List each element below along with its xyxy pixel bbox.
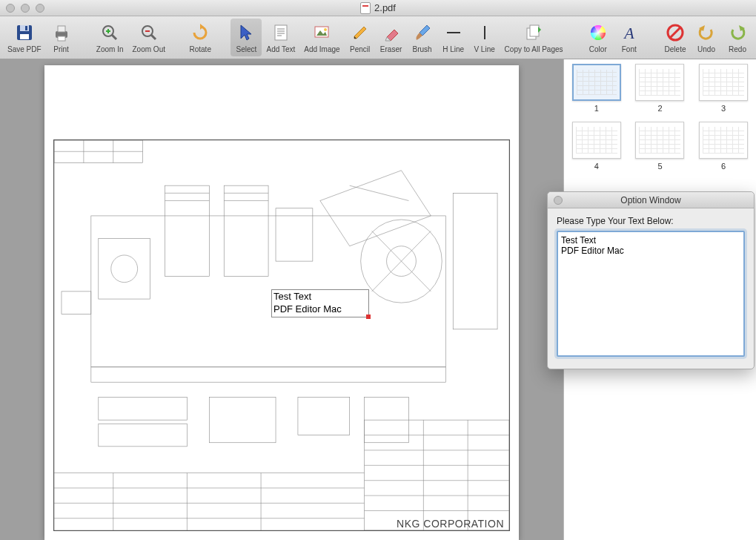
zoomout-button[interactable]: Zoom Out — [128, 19, 170, 56]
window-title: 2.pdf — [360, 2, 396, 14]
redo-button[interactable]: Redo — [722, 19, 753, 56]
thumbnail-image — [572, 122, 621, 159]
toolbar-label: Color — [589, 45, 607, 53]
svg-rect-63 — [99, 398, 188, 421]
toolbar: Save PDFPrintZoom InZoom OutRotateSelect… — [0, 16, 756, 59]
rotate-button[interactable]: Rotate — [185, 19, 216, 56]
close-light[interactable] — [6, 4, 15, 13]
hline-icon — [442, 22, 465, 44]
save-button[interactable]: Save PDF — [3, 19, 46, 56]
thumbnail-page-4[interactable]: 4 — [568, 122, 625, 171]
undo-button[interactable]: Undo — [691, 19, 722, 56]
canvas-area[interactable]: NKG CORPORATION Test Text PDF Editor Mac — [0, 59, 563, 540]
svg-rect-45 — [99, 239, 150, 300]
vline-button[interactable]: V Line — [469, 19, 500, 56]
svg-line-36 — [670, 27, 680, 38]
toolbar-label: Select — [236, 45, 257, 53]
thumbnail-grid: 123456 — [568, 64, 752, 171]
color-button[interactable]: Color — [583, 19, 614, 56]
traffic-lights — [6, 4, 44, 13]
mag-minus-icon — [138, 22, 160, 44]
option-titlebar[interactable]: Option Window — [548, 192, 754, 208]
toolbar-label: Add Image — [304, 45, 339, 53]
thumbnail-number: 6 — [721, 162, 726, 171]
thumbnail-page-1[interactable]: 1 — [568, 64, 625, 113]
svg-rect-3 — [25, 26, 27, 30]
svg-rect-39 — [54, 140, 509, 530]
toolbar-group: Save PDFPrint — [3, 19, 77, 56]
svg-rect-66 — [298, 398, 350, 435]
text-doc-icon — [270, 22, 292, 44]
document-title-text: 2.pdf — [374, 2, 396, 13]
option-prompt: Please Type Your Text Below: — [557, 216, 745, 226]
printer-icon — [50, 22, 73, 44]
hline-button[interactable]: H Line — [438, 19, 469, 56]
resize-handle[interactable] — [366, 315, 371, 319]
minimize-light[interactable] — [21, 4, 30, 13]
toolbar-label: Pencil — [350, 45, 370, 53]
undo-icon — [695, 22, 717, 44]
option-close-light[interactable] — [554, 196, 563, 205]
print-button[interactable]: Print — [46, 19, 77, 56]
svg-line-12 — [151, 35, 156, 39]
svg-line-55 — [350, 185, 409, 200]
corporation-label: NKG CORPORATION — [397, 518, 504, 530]
thumbnail-page-5[interactable]: 5 — [632, 122, 689, 171]
toolbar-label: Add Text — [266, 45, 295, 53]
svg-rect-64 — [99, 424, 188, 447]
svg-point-23 — [324, 28, 327, 31]
svg-rect-31 — [530, 25, 539, 36]
floppy-icon — [13, 22, 36, 44]
svg-marker-24 — [354, 27, 366, 39]
option-textarea[interactable] — [557, 231, 745, 357]
window-titlebar: 2.pdf — [0, 0, 756, 16]
toolbar-label: Print — [53, 45, 69, 53]
copyall-button[interactable]: Copy to All Pages — [500, 19, 568, 56]
addtext-button[interactable]: Add Text — [262, 19, 299, 56]
addimage-button[interactable]: Add Image — [299, 19, 344, 56]
toolbar-label: V Line — [474, 45, 494, 53]
svg-rect-65 — [209, 398, 276, 443]
pencil-button[interactable]: Pencil — [345, 19, 376, 56]
thumbnail-number: 1 — [594, 104, 599, 113]
image-icon — [311, 22, 333, 44]
font-button[interactable]: AFont — [614, 19, 645, 56]
svg-rect-68 — [365, 420, 509, 530]
vline-icon — [474, 22, 496, 44]
svg-rect-61 — [91, 367, 445, 382]
option-window[interactable]: Option Window Please Type Your Text Belo… — [547, 191, 755, 369]
mag-plus-icon — [99, 22, 121, 44]
svg-marker-32 — [538, 27, 541, 33]
toolbar-label: Rotate — [190, 45, 211, 53]
toolbar-label: Save PDF — [7, 45, 42, 53]
thumbnail-page-2[interactable]: 2 — [632, 64, 689, 113]
toolbar-group: Rotate — [185, 19, 216, 56]
toolbar-label: Copy to All Pages — [505, 45, 563, 53]
svg-point-46 — [111, 255, 138, 283]
svg-rect-62 — [62, 292, 91, 315]
toolbar-label: Font — [622, 45, 637, 53]
cursor-icon — [235, 22, 257, 44]
pencil-icon — [349, 22, 371, 44]
thumbnail-page-3[interactable]: 3 — [695, 64, 752, 113]
overlay-text: Test Text PDF Editor Mac — [273, 291, 342, 315]
delete-button[interactable]: Delete — [660, 19, 691, 56]
zoomin-button[interactable]: Zoom In — [92, 19, 128, 56]
zoom-light[interactable] — [36, 4, 44, 13]
toolbar-label: H Line — [442, 45, 464, 53]
brush-button[interactable]: Brush — [407, 19, 438, 56]
pdf-page: NKG CORPORATION Test Text PDF Editor Mac — [44, 65, 519, 540]
redo-icon — [726, 22, 749, 44]
thumbnail-image — [635, 122, 684, 159]
document-icon — [360, 2, 371, 14]
svg-rect-2 — [20, 34, 29, 39]
thumbnail-number: 5 — [657, 162, 662, 171]
toolbar-group: ColorAFont — [583, 19, 645, 56]
select-button[interactable]: Select — [231, 19, 262, 56]
thumbnail-page-6[interactable]: 6 — [695, 122, 752, 171]
thumbnail-number: 4 — [594, 162, 599, 171]
editable-text-overlay[interactable]: Test Text PDF Editor Mac — [271, 289, 369, 317]
svg-rect-47 — [165, 185, 210, 276]
svg-rect-60 — [453, 193, 497, 329]
eraser-button[interactable]: Eraser — [376, 19, 407, 56]
